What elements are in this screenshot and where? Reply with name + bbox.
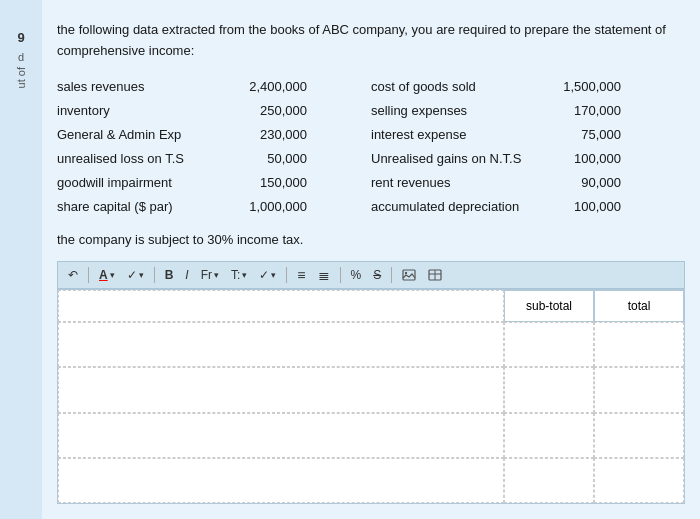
- left-data-column: sales revenues 2,400,000 inventory 250,0…: [57, 76, 371, 219]
- data-row: rent revenues 90,000: [371, 172, 685, 194]
- font-size-button[interactable]: T: ▾: [227, 266, 251, 284]
- data-row: Unrealised gains on N.T.S 100,000: [371, 148, 685, 170]
- toolbar-separator: [391, 267, 392, 283]
- question-number: 9: [17, 30, 24, 45]
- item-value: 100,000: [541, 148, 621, 170]
- item-label: Unrealised gains on N.T.S: [371, 148, 541, 170]
- table-row: [504, 413, 594, 458]
- item-label: cost of goods sold: [371, 76, 541, 98]
- item-value: 50,000: [227, 148, 307, 170]
- header-main-cell: [58, 290, 504, 322]
- image-button[interactable]: [398, 267, 420, 283]
- right-data-column: cost of goods sold 1,500,000 selling exp…: [371, 76, 685, 219]
- total-label: total: [628, 299, 651, 313]
- toolbar-separator: [286, 267, 287, 283]
- data-row: cost of goods sold 1,500,000: [371, 76, 685, 98]
- table-row: [58, 413, 504, 458]
- item-value: 230,000: [227, 124, 307, 146]
- item-value: 170,000: [541, 100, 621, 122]
- data-row: goodwill impairment 150,000: [57, 172, 371, 194]
- check-color-button[interactable]: ✓ ▾: [255, 266, 280, 284]
- chevron-down-icon: ▾: [139, 270, 144, 280]
- image-icon: [402, 269, 416, 281]
- undo-button[interactable]: ↶: [64, 266, 82, 284]
- currency-button[interactable]: S: [369, 266, 385, 284]
- bold-button[interactable]: B: [161, 266, 178, 284]
- sidebar-label-d: d: [18, 51, 24, 63]
- table-row: [594, 413, 684, 458]
- table-row: [58, 367, 504, 412]
- item-label: share capital ($ par): [57, 196, 227, 218]
- financial-data-table: sales revenues 2,400,000 inventory 250,0…: [57, 76, 685, 219]
- item-label: accumulated depreciation: [371, 196, 541, 218]
- toolbar-separator: [154, 267, 155, 283]
- editor-toolbar: ↶ A ▾ ✓ ▾ B I Fr ▾ T: ▾ ✓: [57, 261, 685, 289]
- chevron-down-icon: ▾: [110, 270, 115, 280]
- font-size-label: T:: [231, 268, 240, 282]
- item-value: 250,000: [227, 100, 307, 122]
- table-row: [504, 367, 594, 412]
- table-row: [58, 322, 504, 367]
- font-color-label: A: [99, 268, 108, 282]
- check-color-label: ✓: [259, 268, 269, 282]
- data-row: inventory 250,000: [57, 100, 371, 122]
- svg-point-1: [405, 272, 407, 274]
- item-label: selling expenses: [371, 100, 541, 122]
- item-value: 2,400,000: [227, 76, 307, 98]
- data-row: unrealised loss on T.S 50,000: [57, 148, 371, 170]
- item-value: 90,000: [541, 172, 621, 194]
- table-icon: [428, 269, 442, 281]
- data-row: share capital ($ par) 1,000,000: [57, 196, 371, 218]
- chevron-down-icon: ▾: [242, 270, 247, 280]
- check-label: ✓: [127, 268, 137, 282]
- item-label: inventory: [57, 100, 227, 122]
- data-row: sales revenues 2,400,000: [57, 76, 371, 98]
- toolbar-separator: [340, 267, 341, 283]
- item-value: 150,000: [227, 172, 307, 194]
- unordered-list-button[interactable]: ≡: [293, 265, 309, 285]
- subtotal-label: sub-total: [526, 299, 572, 313]
- answer-table: sub-total total: [57, 289, 685, 504]
- tax-note: the company is subject to 30% income tax…: [57, 232, 685, 247]
- table-row: [594, 322, 684, 367]
- table-row: [504, 322, 594, 367]
- chevron-down-icon: ▾: [214, 270, 219, 280]
- question-intro: the following data extracted from the bo…: [57, 20, 685, 62]
- item-value: 75,000: [541, 124, 621, 146]
- table-insert-button[interactable]: [424, 267, 446, 283]
- table-row: [594, 367, 684, 412]
- ordered-list-button[interactable]: ≣: [314, 265, 334, 285]
- item-value: 1,500,000: [541, 76, 621, 98]
- table-row: [58, 458, 504, 503]
- item-value: 100,000: [541, 196, 621, 218]
- percent-button[interactable]: %: [347, 266, 366, 284]
- item-label: interest expense: [371, 124, 541, 146]
- italic-button[interactable]: I: [181, 266, 192, 284]
- check-style-button[interactable]: ✓ ▾: [123, 266, 148, 284]
- item-label: goodwill impairment: [57, 172, 227, 194]
- font-family-label: Fr: [201, 268, 212, 282]
- toolbar-separator: [88, 267, 89, 283]
- item-label: rent revenues: [371, 172, 541, 194]
- item-label: General & Admin Exp: [57, 124, 227, 146]
- font-color-button[interactable]: A ▾: [95, 266, 119, 284]
- header-subtotal-cell: sub-total: [504, 290, 594, 322]
- item-value: 1,000,000: [227, 196, 307, 218]
- item-label: sales revenues: [57, 76, 227, 98]
- editor-area: ↶ A ▾ ✓ ▾ B I Fr ▾ T: ▾ ✓: [57, 261, 685, 504]
- table-row: [504, 458, 594, 503]
- data-row: General & Admin Exp 230,000: [57, 124, 371, 146]
- item-label: unrealised loss on T.S: [57, 148, 227, 170]
- font-family-button[interactable]: Fr ▾: [197, 266, 223, 284]
- header-total-cell: total: [594, 290, 684, 322]
- sidebar-label-vertical: ut of: [15, 67, 27, 88]
- data-row: accumulated depreciation 100,000: [371, 196, 685, 218]
- table-row: [594, 458, 684, 503]
- chevron-down-icon: ▾: [271, 270, 276, 280]
- left-sidebar: 9 d ut of: [0, 0, 42, 519]
- data-row: interest expense 75,000: [371, 124, 685, 146]
- main-content: the following data extracted from the bo…: [42, 0, 700, 519]
- data-row: selling expenses 170,000: [371, 100, 685, 122]
